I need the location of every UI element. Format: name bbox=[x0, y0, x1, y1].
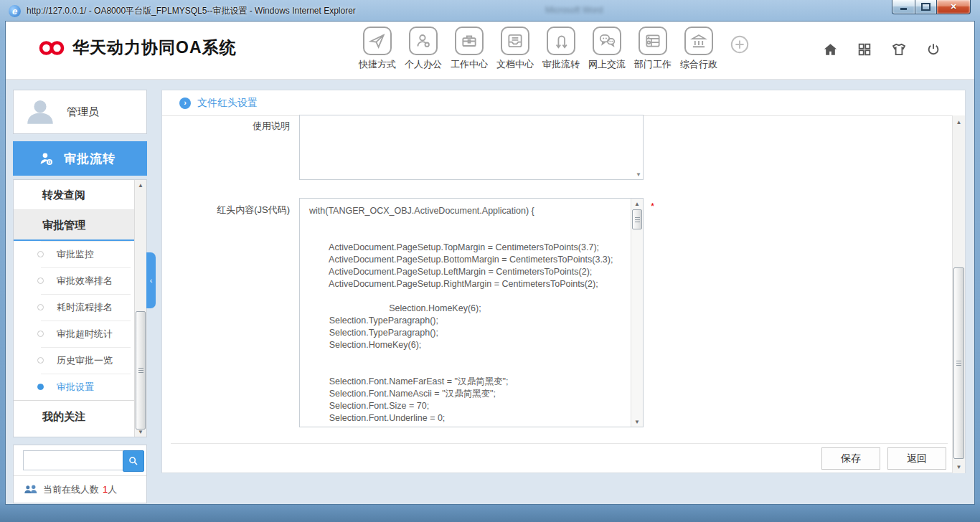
online-count: 1人 bbox=[103, 483, 117, 496]
search-input[interactable] bbox=[23, 450, 127, 470]
shirt-icon[interactable] bbox=[890, 41, 908, 58]
nav-item-work-center[interactable]: 工作中心 bbox=[451, 27, 487, 71]
sidebar-section-forward-review[interactable]: 转发查阅 bbox=[14, 180, 135, 210]
chat-bubbles-icon bbox=[593, 27, 621, 55]
sidebar-scrollbar-thumb[interactable] bbox=[136, 311, 146, 430]
usage-notes-label: 使用说明 bbox=[176, 120, 290, 133]
online-label: 当前在线人数 bbox=[43, 483, 99, 496]
department-window-icon bbox=[639, 27, 667, 55]
radio-bullet-icon bbox=[37, 384, 44, 390]
infinity-logo-icon bbox=[37, 39, 66, 57]
redhead-code-content: with(TANGER_OCX_OBJ.ActiveDocument.Appli… bbox=[300, 199, 631, 427]
radio-bullet-icon bbox=[37, 331, 44, 337]
radio-bullet-icon bbox=[37, 304, 44, 310]
power-icon[interactable] bbox=[925, 42, 941, 57]
main-content-scrollbar[interactable]: ▲ ▼ bbox=[952, 115, 965, 473]
scroll-up-icon[interactable]: ▲ bbox=[135, 180, 146, 190]
code-scrollbar-thumb[interactable] bbox=[632, 209, 642, 229]
required-asterisk: * bbox=[651, 201, 654, 212]
redhead-code-label: 红头内容(JS代码) bbox=[176, 204, 290, 217]
home-icon[interactable] bbox=[822, 42, 839, 58]
nav-item-department-work[interactable]: 部门工作 bbox=[634, 27, 671, 71]
add-module-button[interactable] bbox=[729, 27, 750, 71]
scrollbar-grip-icon bbox=[138, 368, 143, 373]
scroll-down-icon[interactable]: ▼ bbox=[636, 171, 641, 178]
code-scrollbar[interactable]: ▲ ▼ bbox=[631, 199, 643, 427]
minimize-button[interactable] bbox=[892, 0, 915, 14]
scroll-down-icon[interactable]: ▼ bbox=[135, 427, 146, 437]
nav-item-approval-flow[interactable]: 审批流转 bbox=[542, 27, 579, 71]
background-window-text: Microsoft Word bbox=[545, 5, 603, 15]
paper-plane-icon bbox=[363, 27, 392, 55]
approval-user-icon bbox=[37, 150, 55, 168]
save-button[interactable]: 保存 bbox=[821, 447, 880, 470]
main-panel: › 文件红头设置 使用说明 ▼ 红头内容(JS代码) with(TANGER_O… bbox=[161, 90, 966, 473]
back-button[interactable]: 返回 bbox=[887, 447, 946, 470]
sidebar-item-history-approval-list[interactable]: 历史审批一览 bbox=[14, 347, 135, 374]
browser-viewport: 华天动力协同OA系统 快捷方式 个人办公 工作中心 bbox=[6, 22, 974, 504]
sidebar-item-approval-efficiency-rank[interactable]: 审批效率排名 bbox=[14, 267, 135, 294]
user-card[interactable]: 管理员 bbox=[13, 90, 147, 134]
sidebar-search-card: 当前在线人数 1人 bbox=[13, 445, 147, 503]
chevron-right-circle-icon: › bbox=[179, 98, 191, 109]
sidebar-section-approval-management[interactable]: 审批管理 bbox=[14, 210, 135, 241]
nav-item-document-center[interactable]: 文档中心 bbox=[496, 27, 533, 71]
sidebar-item-approval-settings[interactable]: 审批设置 bbox=[14, 374, 135, 400]
nav-item-online-chat[interactable]: 网上交流 bbox=[588, 27, 625, 71]
plus-circle-icon bbox=[729, 34, 750, 55]
app-title: 华天动力协同OA系统 bbox=[72, 37, 237, 59]
sidebar-menu: 转发查阅 审批管理 审批监控 审批效率排名 耗时流程排名 审批超时统计 历史审批… bbox=[13, 179, 147, 437]
search-button[interactable] bbox=[123, 450, 144, 472]
scroll-down-icon[interactable]: ▼ bbox=[631, 417, 643, 427]
user-icon bbox=[409, 27, 438, 55]
radio-bullet-icon bbox=[37, 251, 44, 257]
internet-explorer-icon: e bbox=[9, 5, 21, 17]
active-module-banner[interactable]: 审批流转 bbox=[13, 141, 147, 176]
radio-bullet-icon bbox=[37, 277, 44, 284]
active-module-label: 审批流转 bbox=[64, 151, 116, 167]
sidebar-collapse-tab[interactable]: ‹ bbox=[146, 252, 156, 308]
online-count-row: 当前在线人数 1人 bbox=[14, 475, 146, 503]
sidebar-scrollbar[interactable]: ▲ ▼ bbox=[134, 180, 146, 437]
nav-item-personal-office[interactable]: 个人办公 bbox=[405, 27, 441, 71]
online-users-icon bbox=[24, 484, 38, 495]
user-name: 管理员 bbox=[67, 105, 99, 119]
close-icon: ✕ bbox=[950, 2, 956, 11]
main-scrollbar-thumb[interactable] bbox=[953, 267, 964, 459]
apps-grid-icon[interactable] bbox=[857, 42, 872, 57]
nav-item-shortcuts[interactable]: 快捷方式 bbox=[359, 27, 395, 71]
close-button[interactable]: ✕ bbox=[936, 0, 971, 14]
maximize-icon bbox=[921, 3, 930, 11]
briefcase-icon bbox=[455, 27, 484, 55]
quick-actions bbox=[822, 41, 941, 58]
sidebar-section-my-follow[interactable]: 我的关注 bbox=[14, 400, 135, 432]
app-logo: 华天动力协同OA系统 bbox=[37, 37, 237, 59]
radio-bullet-icon bbox=[37, 357, 44, 364]
footer-divider bbox=[171, 443, 948, 444]
scrollbar-grip-icon bbox=[956, 361, 961, 366]
uturn-arrows-icon bbox=[547, 27, 575, 55]
usage-notes-textarea[interactable]: ▼ bbox=[299, 115, 644, 180]
document-tray-icon bbox=[501, 27, 529, 55]
window-title: http://127.0.0.1/ - OA8000平台版_FPLMYSQL5-… bbox=[27, 5, 356, 17]
scroll-up-icon[interactable]: ▲ bbox=[631, 199, 643, 209]
sidebar-item-time-consuming-rank[interactable]: 耗时流程排名 bbox=[14, 294, 135, 321]
scroll-up-icon[interactable]: ▲ bbox=[953, 117, 965, 127]
window-controls: ✕ bbox=[892, 0, 971, 14]
sidebar-item-approval-timeout-stats[interactable]: 审批超时统计 bbox=[14, 321, 135, 347]
scroll-down-icon[interactable]: ▼ bbox=[953, 462, 965, 472]
app-header: 华天动力协同OA系统 快捷方式 个人办公 工作中心 bbox=[6, 22, 974, 80]
bank-icon bbox=[684, 27, 713, 55]
minimize-icon bbox=[900, 8, 907, 10]
page-title-row: › 文件红头设置 bbox=[162, 90, 965, 116]
chevron-left-icon: ‹ bbox=[150, 276, 153, 285]
scrollbar-grip-icon bbox=[635, 217, 640, 222]
maximize-button[interactable] bbox=[915, 0, 936, 14]
main-nav: 快捷方式 个人办公 工作中心 文档中心 bbox=[359, 27, 750, 71]
window-titlebar[interactable]: e http://127.0.0.1/ - OA8000平台版_FPLMYSQL… bbox=[0, 0, 980, 22]
sidebar-item-approval-monitor[interactable]: 审批监控 bbox=[14, 241, 135, 267]
nav-item-general-admin[interactable]: 综合行政 bbox=[680, 27, 717, 71]
redhead-code-textarea[interactable]: with(TANGER_OCX_OBJ.ActiveDocument.Appli… bbox=[299, 198, 644, 427]
search-icon bbox=[128, 455, 139, 467]
avatar bbox=[24, 95, 57, 128]
